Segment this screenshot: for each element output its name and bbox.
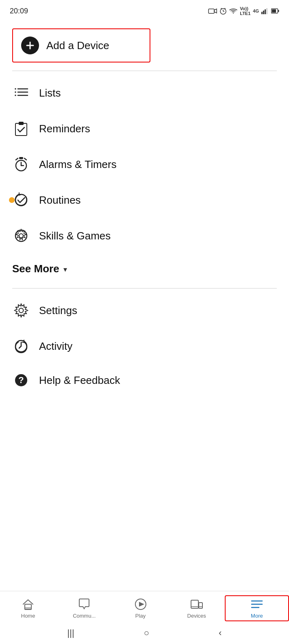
svg-point-34	[19, 308, 24, 313]
nav-item-communicate[interactable]: Commu...	[56, 598, 112, 619]
settings-icon	[12, 302, 30, 319]
nav-item-devices[interactable]: Devices	[169, 598, 225, 619]
svg-rect-38	[25, 604, 31, 610]
plus-icon	[25, 41, 35, 50]
routines-notification-dot	[9, 197, 15, 203]
chevron-down-icon: ▾	[63, 265, 67, 274]
svg-rect-9	[265, 9, 266, 14]
add-device-wrapper: Add a Device	[0, 28, 289, 62]
home-nav-icon	[22, 598, 35, 611]
svg-marker-1	[214, 9, 217, 13]
add-device-icon	[21, 37, 39, 54]
nav-item-home[interactable]: Home	[0, 598, 56, 619]
svg-rect-44	[191, 600, 198, 608]
signal-icon	[261, 8, 269, 14]
skills-icon	[12, 227, 30, 245]
svg-text:?: ?	[18, 375, 24, 385]
activity-icon	[12, 337, 30, 355]
home-nav-label: Home	[21, 613, 35, 619]
help-icon: ?	[12, 371, 30, 389]
routines-label: Routines	[39, 194, 81, 207]
svg-rect-23	[19, 122, 24, 125]
svg-marker-33	[16, 229, 26, 240]
status-time: 20:09	[10, 7, 28, 15]
svg-rect-46	[199, 603, 202, 608]
svg-rect-29	[19, 157, 23, 159]
svg-rect-7	[261, 12, 263, 14]
nav-item-play[interactable]: Play	[112, 598, 168, 619]
svg-line-27	[16, 158, 18, 160]
android-home-btn[interactable]: ○	[144, 628, 149, 638]
more-nav-icon	[250, 598, 263, 611]
lists-label: Lists	[39, 87, 61, 99]
menu-item-settings[interactable]: Settings	[0, 293, 289, 328]
play-nav-icon	[134, 598, 147, 611]
android-recents-btn[interactable]: |||	[67, 628, 74, 638]
network-text: Vo))LTE1	[240, 6, 250, 16]
android-back-btn[interactable]: ‹	[219, 628, 222, 638]
see-more-label: See More	[12, 263, 59, 275]
svg-rect-10	[266, 8, 267, 14]
devices-nav-label: Devices	[187, 613, 206, 619]
list-icon	[12, 84, 30, 102]
add-device-label: Add a Device	[46, 39, 109, 52]
reminders-label: Reminders	[39, 123, 90, 135]
nav-items: Home Commu... Play	[0, 591, 289, 624]
4g-text: 4G	[253, 9, 259, 13]
skills-label: Skills & Games	[39, 230, 111, 242]
routines-icon	[12, 191, 30, 209]
wifi-icon	[229, 8, 237, 14]
menu-item-help[interactable]: ? Help & Feedback	[0, 364, 289, 396]
help-label: Help & Feedback	[39, 374, 120, 387]
communicate-nav-label: Commu...	[73, 613, 96, 619]
add-device-button[interactable]: Add a Device	[12, 28, 150, 62]
menu-item-reminders[interactable]: Reminders	[0, 111, 289, 146]
main-content: Add a Device Lists	[0, 20, 289, 396]
alarm-menu-icon	[12, 155, 30, 173]
camera-icon	[208, 8, 217, 14]
menu-list: Lists Reminders	[0, 75, 289, 254]
android-navigation: ||| ○ ‹	[0, 624, 289, 644]
menu-item-routines[interactable]: Routines	[0, 182, 289, 218]
menu-item-activity[interactable]: Activity	[0, 328, 289, 364]
status-icons: Vo))LTE1 4G	[208, 6, 279, 16]
middle-divider	[12, 288, 277, 289]
top-divider	[12, 71, 277, 71]
menu-item-alarms[interactable]: Alarms & Timers	[0, 146, 289, 182]
bottom-navigation: Home Commu... Play	[0, 591, 289, 644]
devices-nav-icon	[190, 598, 203, 611]
settings-label: Settings	[39, 304, 77, 317]
svg-rect-8	[263, 11, 264, 14]
menu-item-lists[interactable]: Lists	[0, 75, 289, 111]
nav-item-more[interactable]: More	[225, 595, 289, 621]
svg-rect-22	[15, 123, 27, 136]
see-more-button[interactable]: See More ▾	[0, 254, 289, 284]
status-bar: 20:09 Vo))LTE1 4G	[0, 0, 289, 20]
battery-icon	[271, 8, 279, 14]
clipboard-icon	[12, 120, 30, 138]
svg-line-28	[24, 158, 26, 160]
activity-label: Activity	[39, 340, 72, 353]
svg-rect-12	[272, 9, 276, 13]
svg-marker-43	[139, 602, 144, 607]
menu-item-skills[interactable]: Skills & Games	[0, 218, 289, 254]
play-nav-label: Play	[135, 613, 146, 619]
alarm-status-icon	[219, 7, 227, 15]
svg-rect-0	[209, 9, 214, 13]
bottom-menu-list: Settings Activity ?	[0, 293, 289, 396]
communicate-nav-icon	[78, 598, 91, 611]
more-nav-label: More	[251, 613, 263, 619]
svg-rect-13	[278, 10, 279, 12]
svg-point-31	[15, 230, 27, 241]
alarms-label: Alarms & Timers	[39, 158, 117, 171]
